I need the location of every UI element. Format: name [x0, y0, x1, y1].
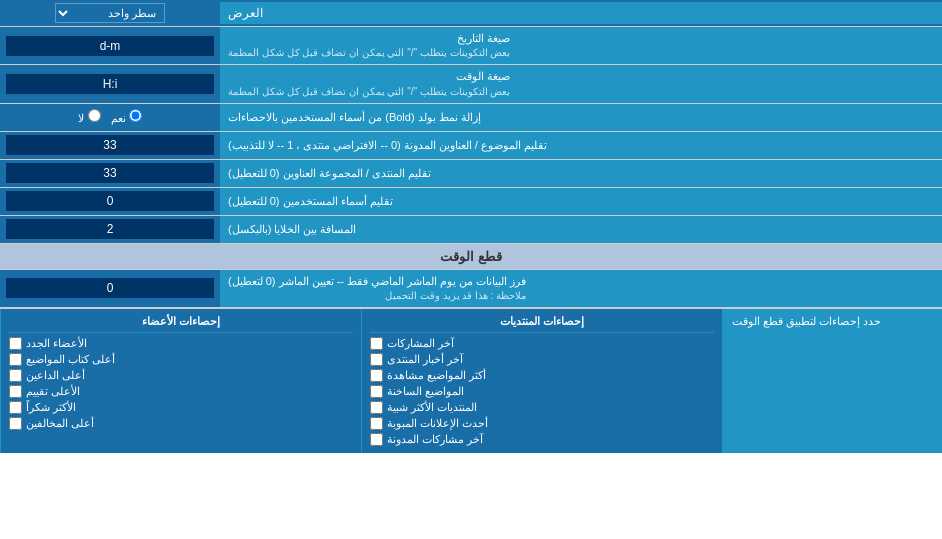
checkbox-item: أعلى المخالفين: [9, 417, 353, 430]
remove-bold-input-wrap: نعم لا: [0, 104, 220, 131]
date-format-label: صيغة التاريخ بعض التكوينات يتطلب "/" الت…: [220, 27, 942, 64]
topic-titles-row: تقليم الموضوع / العناوين المدونة (0 -- ا…: [0, 132, 942, 160]
topic-titles-input[interactable]: [6, 135, 214, 155]
date-format-row: صيغة التاريخ بعض التكوينات يتطلب "/" الت…: [0, 27, 942, 65]
checkbox-item: المنتديات الأكثر شبية: [370, 401, 714, 414]
checkbox-most-thanked[interactable]: [9, 401, 22, 414]
checkbox-new-members[interactable]: [9, 337, 22, 350]
forum-titles-input[interactable]: [6, 163, 214, 183]
display-mode-row: العرض سطر واحد سطرين ثلاثة أسطر: [0, 0, 942, 27]
checkbox-item: أعلى كتاب المواضيع: [9, 353, 353, 366]
checkbox-item: أحدث الإعلانات المبوبة: [370, 417, 714, 430]
checkbox-item: آخر مشاركات المدونة: [370, 433, 714, 446]
checkbox-top-writers[interactable]: [9, 353, 22, 366]
radio-no[interactable]: [88, 109, 101, 122]
date-format-input[interactable]: [6, 36, 214, 56]
cutoff-input[interactable]: [6, 278, 214, 298]
cell-gap-label: المسافة بين الخلايا (بالبكسل): [220, 216, 942, 243]
stats-col-forums: إحصاءات المنتديات آخر المشاركات آخر أخبا…: [361, 309, 722, 453]
stats-col-members-header: إحصاءات الأعضاء: [9, 313, 353, 333]
checkbox-item: الأعلى تقييم: [9, 385, 353, 398]
checkbox-top-rated[interactable]: [9, 385, 22, 398]
time-format-input[interactable]: [6, 74, 214, 94]
radio-yes-label[interactable]: نعم: [111, 109, 142, 125]
stats-section: حدد إحصاءات لتطبيق قطع الوقت إحصاءات الم…: [0, 308, 942, 453]
radio-no-label[interactable]: لا: [78, 109, 100, 125]
cutoff-row: فرز البيانات من يوم الماشر الماضي فقط --…: [0, 270, 942, 308]
time-format-input-wrap: [0, 65, 220, 102]
stats-col-members: إحصاءات الأعضاء الأعضاء الجدد أعلى كتاب …: [0, 309, 361, 453]
display-mode-label: العرض: [220, 2, 942, 24]
checkbox-item: آخر أخبار المنتدى: [370, 353, 714, 366]
display-mode-input[interactable]: سطر واحد سطرين ثلاثة أسطر: [0, 0, 220, 26]
checkbox-item: الأعضاء الجدد: [9, 337, 353, 350]
usernames-trim-input-wrap: [0, 188, 220, 215]
remove-bold-label: إزالة نمط بولد (Bold) من أسماء المستخدمي…: [220, 104, 942, 131]
checkbox-last-posts[interactable]: [370, 337, 383, 350]
cell-gap-input[interactable]: [6, 219, 214, 239]
usernames-trim-input[interactable]: [6, 191, 214, 211]
cutoff-input-wrap: [0, 270, 220, 307]
main-container: العرض سطر واحد سطرين ثلاثة أسطر صيغة الت…: [0, 0, 942, 453]
time-format-row: صيغة الوقت بعض التكوينات يتطلب "/" التي …: [0, 65, 942, 103]
checkbox-item: الأكثر شكراً: [9, 401, 353, 414]
usernames-trim-row: تقليم أسماء المستخدمين (0 للتعطيل): [0, 188, 942, 216]
cell-gap-row: المسافة بين الخلايا (بالبكسل): [0, 216, 942, 244]
checkbox-forum-news[interactable]: [370, 353, 383, 366]
time-format-label: صيغة الوقت بعض التكوينات يتطلب "/" التي …: [220, 65, 942, 102]
cutoff-label: فرز البيانات من يوم الماشر الماضي فقط --…: [220, 270, 942, 307]
checkbox-item: أكثر المواضيع مشاهدة: [370, 369, 714, 382]
stats-section-label: حدد إحصاءات لتطبيق قطع الوقت: [722, 309, 942, 453]
cutoff-section-header: قطع الوقت: [0, 244, 942, 270]
checkbox-item: أعلى الداعين: [9, 369, 353, 382]
date-format-input-wrap: [0, 27, 220, 64]
checkbox-popular-forums[interactable]: [370, 401, 383, 414]
forum-titles-row: تقليم المنتدى / المجموعة العناوين (0 للت…: [0, 160, 942, 188]
topic-titles-label: تقليم الموضوع / العناوين المدونة (0 -- ا…: [220, 132, 942, 159]
checkbox-top-inviters[interactable]: [9, 369, 22, 382]
checkbox-most-viewed[interactable]: [370, 369, 383, 382]
checkbox-item: المواضيع الساخنة: [370, 385, 714, 398]
remove-bold-row: إزالة نمط بولد (Bold) من أسماء المستخدمي…: [0, 104, 942, 132]
checkbox-item: آخر المشاركات: [370, 337, 714, 350]
checkbox-top-violators[interactable]: [9, 417, 22, 430]
checkbox-latest-classifieds[interactable]: [370, 417, 383, 430]
forum-titles-label: تقليم المنتدى / المجموعة العناوين (0 للت…: [220, 160, 942, 187]
cell-gap-input-wrap: [0, 216, 220, 243]
stats-checkboxes: إحصاءات المنتديات آخر المشاركات آخر أخبا…: [0, 309, 722, 453]
checkbox-hot-topics[interactable]: [370, 385, 383, 398]
display-mode-select[interactable]: سطر واحد سطرين ثلاثة أسطر: [55, 3, 165, 23]
stats-col-forums-header: إحصاءات المنتديات: [370, 313, 714, 333]
checkbox-blog-posts[interactable]: [370, 433, 383, 446]
topic-titles-input-wrap: [0, 132, 220, 159]
usernames-trim-label: تقليم أسماء المستخدمين (0 للتعطيل): [220, 188, 942, 215]
radio-yes[interactable]: [129, 109, 142, 122]
forum-titles-input-wrap: [0, 160, 220, 187]
